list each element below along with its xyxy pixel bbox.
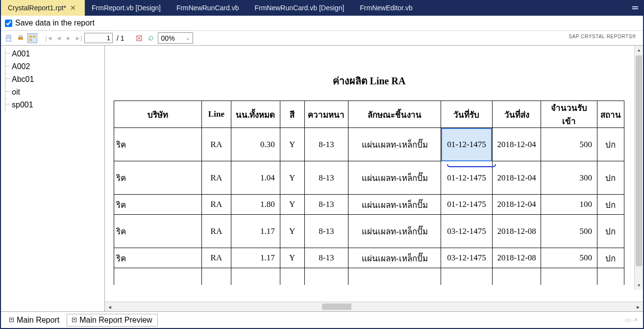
scroll-down-icon[interactable]: ▾ (635, 281, 643, 290)
table-cell[interactable]: แผ่นเผลท-เหล็กปั๊ม (348, 128, 441, 161)
tree-item[interactable]: A002 (2, 60, 103, 73)
table-cell[interactable]: 8-13 (304, 195, 348, 215)
table-cell[interactable] (492, 268, 541, 285)
tab-prev-icon[interactable]: ◁ (624, 317, 628, 323)
table-cell[interactable]: 1.17 (231, 215, 280, 248)
table-cell[interactable]: 8-13 (304, 215, 348, 248)
table-cell[interactable]: แผ่นเผลท-เหล็กปั๊ม (348, 215, 441, 248)
table-cell[interactable]: แผ่นเผลท-เหล็กปั๊ม (348, 248, 441, 268)
tree-item[interactable]: sp001 (2, 99, 103, 111)
table-cell[interactable]: ริค (114, 161, 202, 195)
horizontal-scrollbar[interactable]: ◂ ▸ (105, 302, 643, 311)
table-cell[interactable]: ปก (597, 248, 624, 268)
prev-page-icon[interactable]: ◄ (55, 35, 63, 42)
tab-frmneweditor[interactable]: FrmNewEditor.vb (353, 0, 421, 16)
table-cell[interactable]: 1.17 (231, 248, 280, 268)
vertical-scrollbar[interactable]: ▴ ▾ (634, 46, 643, 290)
table-cell[interactable]: 01-12-1475 (441, 128, 493, 161)
table-cell[interactable]: 0.30 (231, 128, 280, 161)
table-cell[interactable] (597, 268, 624, 285)
table-cell[interactable]: แผ่นเผลท-เหล็กปั๊ม (348, 161, 441, 195)
tab-main-report-preview[interactable]: Main Report Preview (67, 314, 158, 327)
stop-icon[interactable] (134, 33, 144, 43)
tab-frmnewruncard-design[interactable]: FrmNewRunCard.vb [Design] (248, 0, 353, 16)
first-page-icon[interactable]: |◄ (45, 35, 53, 42)
tab-next-icon[interactable]: ▷ (629, 317, 633, 323)
scroll-thumb[interactable] (322, 304, 351, 310)
table-cell[interactable] (541, 268, 597, 285)
table-cell[interactable]: 03-12-1475 (441, 248, 493, 268)
table-cell[interactable]: 500 (541, 248, 597, 268)
tab-frmnewruncard[interactable]: FrmNewRunCard.vb (170, 0, 248, 16)
tab-main-report[interactable]: Main Report (4, 314, 65, 327)
table-cell[interactable]: RA (201, 161, 231, 195)
table-cell[interactable] (441, 268, 493, 285)
table-cell[interactable] (348, 268, 441, 285)
tree-item[interactable]: A001 (2, 48, 103, 60)
table-cell[interactable]: 2018-12-04 (492, 161, 541, 195)
table-cell[interactable] (231, 268, 280, 285)
table-cell[interactable]: 500 (541, 215, 597, 248)
table-cell[interactable]: ปก (597, 215, 624, 248)
table-cell[interactable]: 8-13 (304, 248, 348, 268)
scroll-up-icon[interactable]: ▴ (635, 46, 643, 54)
table-cell[interactable]: Y (280, 195, 304, 215)
toggle-tree-icon[interactable] (27, 33, 37, 43)
table-cell[interactable]: ริค (114, 215, 202, 248)
table-cell[interactable]: RA (201, 195, 231, 215)
table-cell[interactable]: RA (201, 128, 231, 161)
tree-item[interactable]: oit (2, 86, 103, 99)
table-cell[interactable]: 01-12-1475 (441, 161, 493, 195)
table-cell[interactable]: 500 (541, 128, 597, 161)
scroll-track[interactable] (115, 302, 633, 311)
export-icon[interactable] (4, 33, 14, 43)
scroll-thumb[interactable] (636, 55, 642, 266)
table-cell[interactable] (304, 268, 348, 285)
table-cell[interactable]: Y (280, 215, 304, 248)
table-cell[interactable] (114, 268, 202, 285)
tab-close-icon[interactable]: ✕ (634, 317, 638, 323)
table-cell[interactable] (201, 268, 231, 285)
table-cell[interactable]: Y (280, 128, 304, 161)
bottom-tabbar: Main Report Main Report Preview ◁ ▷ ✕ (1, 311, 643, 328)
save-data-checkbox[interactable] (5, 20, 12, 27)
table-cell[interactable]: 1.80 (231, 195, 280, 215)
tab-label: FrmNewEditor.vb (360, 4, 412, 12)
table-cell[interactable]: แผ่นเผลท-เหล็กปั๊ม (348, 195, 441, 215)
close-icon[interactable]: ✕ (70, 4, 76, 12)
table-cell[interactable] (280, 268, 304, 285)
table-cell[interactable]: 01-12-1475 (441, 195, 493, 215)
table-cell[interactable]: 8-13 (304, 128, 348, 161)
table-cell[interactable]: 100 (541, 195, 597, 215)
scroll-right-icon[interactable]: ▸ (633, 304, 643, 310)
table-cell[interactable]: ริค (114, 128, 202, 161)
tab-overflow-icon[interactable] (627, 0, 643, 16)
table-cell[interactable]: 8-13 (304, 161, 348, 195)
tab-crystalreport[interactable]: CrystalReport1.rpt* ✕ (1, 0, 85, 16)
print-icon[interactable] (16, 33, 25, 43)
table-cell[interactable]: 2018-12-04 (492, 128, 541, 161)
table-cell[interactable]: ปก (597, 161, 624, 195)
next-page-icon[interactable]: ► (65, 35, 73, 42)
refresh-icon[interactable] (146, 33, 156, 43)
table-cell[interactable]: 2018-12-08 (492, 215, 541, 248)
table-cell[interactable]: 2018-12-08 (492, 248, 541, 268)
zoom-dropdown[interactable]: 00% ⌄ (158, 32, 193, 44)
page-number-input[interactable] (84, 33, 113, 43)
table-cell[interactable]: ปก (597, 128, 624, 161)
table-cell[interactable]: ปก (597, 195, 624, 215)
table-cell[interactable]: ริค (114, 195, 202, 215)
table-cell[interactable]: Y (280, 161, 304, 195)
table-cell[interactable]: 300 (541, 161, 597, 195)
table-cell[interactable]: RA (201, 248, 231, 268)
table-cell[interactable]: Y (280, 248, 304, 268)
table-cell[interactable]: 03-12-1475 (441, 215, 493, 248)
table-cell[interactable]: 2018-12-04 (492, 195, 541, 215)
tree-item[interactable]: Abc01 (2, 73, 103, 86)
table-cell[interactable]: ริค (114, 248, 202, 268)
table-cell[interactable]: 1.04 (231, 161, 280, 195)
scroll-left-icon[interactable]: ◂ (105, 304, 115, 310)
table-cell[interactable]: RA (201, 215, 231, 248)
last-page-icon[interactable]: ►| (74, 35, 82, 42)
tab-frmreport-design[interactable]: FrmReport.vb [Design] (85, 0, 170, 16)
